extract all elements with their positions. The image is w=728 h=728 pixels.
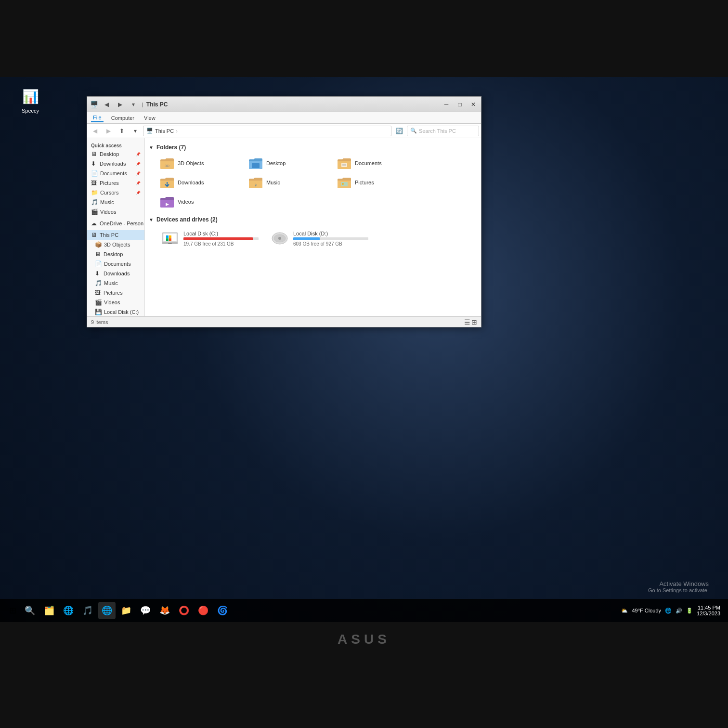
drives-section-header[interactable]: ▼ Devices and drives (2) — [149, 214, 477, 225]
sidebar-item-label: Pictures — [100, 180, 119, 186]
music-icon: 🎵 — [91, 199, 98, 206]
taskbar-taskview-btn[interactable]: 🗂️ — [40, 602, 58, 619]
speccy-icon: 📊 — [21, 87, 40, 106]
sidebar-item-pictures2[interactable]: 🖼 Pictures — [87, 288, 144, 298]
maximize-button[interactable]: □ — [454, 99, 466, 110]
sidebar-item-pictures[interactable]: 🖼 Pictures 📌 — [87, 178, 144, 188]
drive-d[interactable]: Local Disk (D:) 603 GB free of 927 GB — [266, 227, 372, 250]
drive-d-info: Local Disk (D:) 603 GB free of 927 GB — [293, 231, 368, 247]
sidebar-item-onedrive[interactable]: ☁ OneDrive - Person — [87, 219, 144, 228]
desktop-icon-speccy[interactable]: 📊 Speccy — [13, 87, 47, 114]
sidebar-item-cursors[interactable]: 📁 Cursors 📌 — [87, 188, 144, 197]
details-view-btn[interactable]: ☰ — [464, 318, 470, 326]
folder-desktop-icon — [248, 156, 263, 170]
nav-forward-btn[interactable]: ▶ — [103, 125, 114, 137]
search-placeholder: Search This PC — [419, 128, 456, 134]
folder-music-icon: ♪ — [248, 176, 263, 189]
cursors-icon: 📁 — [91, 189, 98, 196]
taskbar-chrome-btn[interactable]: 🌐 — [98, 602, 116, 619]
folder-music[interactable]: ♪ Music — [245, 174, 332, 191]
search-box[interactable]: 🔍 Search This PC — [407, 126, 479, 136]
sidebar: Quick access 🖥 Desktop 📌 ⬇ Downloads 📌 📄 — [87, 138, 145, 316]
taskbar: ⊞ 🔍 🗂️ 🌐 🎵 🌐 📁 💬 🦊 ⭕ 🔴 🌀 ⛅ 49°F Cloudy 🌐… — [0, 599, 728, 622]
sidebar-item-label: Videos — [104, 299, 120, 305]
refresh-btn[interactable]: 🔄 — [393, 125, 405, 137]
folder-videos-label: Videos — [178, 199, 194, 205]
qat-back-btn[interactable]: ◀ — [101, 99, 112, 110]
svg-rect-14 — [169, 235, 171, 238]
svg-text:♪: ♪ — [255, 182, 257, 187]
folder-downloads[interactable]: Downloads — [156, 174, 243, 191]
taskbar-discord-btn[interactable]: 💬 — [137, 602, 154, 619]
folders-arrow: ▼ — [149, 145, 154, 150]
folder-pictures-icon — [337, 176, 352, 189]
taskbar-start-btn[interactable]: ⊞ — [4, 602, 21, 619]
minimize-button[interactable]: ─ — [441, 99, 452, 110]
tray-weather-text: 49°F Cloudy — [632, 608, 661, 613]
folder-documents-icon — [337, 156, 352, 170]
folder-downloads-icon — [159, 176, 175, 189]
nav-up-btn[interactable]: ⬆ — [116, 125, 128, 137]
taskbar-edge-btn[interactable]: 🌐 — [60, 602, 77, 619]
folder-3dobjects-icon: 3D — [159, 156, 175, 170]
sidebar-item-label: OneDrive - Person — [100, 221, 143, 226]
sidebar-item-this-pc[interactable]: 🖥 This PC — [87, 230, 144, 240]
address-path-icon: 🖥️ — [146, 128, 153, 134]
folder-desktop[interactable]: Desktop — [245, 155, 332, 172]
folder-documents[interactable]: Documents — [334, 155, 420, 172]
drives-grid: Local Disk (C:) 19.7 GB free of 231 GB — [149, 225, 477, 254]
sidebar-item-music[interactable]: 🎵 Music — [87, 197, 144, 207]
taskbar-firefox-btn[interactable]: 🦊 — [156, 602, 173, 619]
svg-rect-1 — [252, 163, 260, 168]
ribbon-file[interactable]: File — [91, 114, 104, 122]
ribbon-computer[interactable]: Computer — [109, 114, 136, 122]
qat-recent-btn[interactable]: ▾ — [128, 99, 139, 110]
taskbar-spotify-btn[interactable]: 🎵 — [79, 602, 96, 619]
tray-network-icon[interactable]: 🌐 — [665, 608, 672, 614]
svg-rect-13 — [166, 235, 169, 238]
tray-volume-icon[interactable]: 🔊 — [676, 608, 682, 614]
folder-pictures[interactable]: Pictures — [334, 174, 420, 191]
pin-icon: 📌 — [136, 171, 141, 176]
folder-videos[interactable]: ▶ Videos — [156, 193, 243, 210]
taskbar-opera2-btn[interactable]: 🔴 — [195, 602, 212, 619]
taskbar-search-btn[interactable]: 🔍 — [21, 602, 39, 619]
taskbar-items: 🗂️ 🌐 🎵 🌐 📁 💬 🦊 ⭕ 🔴 🌀 — [39, 602, 621, 619]
taskbar-opera-btn[interactable]: ⭕ — [175, 602, 193, 619]
window-title: This PC — [146, 101, 439, 108]
sidebar-item-downloads[interactable]: ⬇ Downloads 📌 — [87, 159, 144, 169]
sidebar-item-label: Desktop — [104, 251, 123, 257]
address-input[interactable]: 🖥️ This PC › — [143, 126, 391, 136]
desktop: 📊 Speccy 🖥️ ◀ ▶ ▾ | This PC ─ □ ✕ File C… — [0, 0, 728, 728]
taskbar-files-btn[interactable]: 📁 — [117, 602, 135, 619]
taskbar-clock[interactable]: 11:45 PM 12/3/2023 — [697, 605, 720, 616]
qat-forward-btn[interactable]: ▶ — [114, 99, 126, 110]
sidebar-item-desktop[interactable]: 🖥 Desktop 📌 — [87, 149, 144, 159]
sidebar-item-videos[interactable]: 🎬 Videos — [87, 207, 144, 217]
taskbar-other-btn[interactable]: 🌀 — [214, 602, 231, 619]
drive-c[interactable]: Local Disk (C:) 19.7 GB free of 231 GB — [156, 227, 262, 250]
sidebar-item-localc[interactable]: 💾 Local Disk (C:) — [87, 307, 144, 316]
ribbon-view[interactable]: View — [142, 114, 157, 122]
sidebar-item-label: Videos — [100, 209, 116, 215]
sidebar-item-videos2[interactable]: 🎬 Videos — [87, 298, 144, 307]
close-button[interactable]: ✕ — [468, 99, 479, 110]
sidebar-item-documents[interactable]: 📄 Documents 📌 — [87, 169, 144, 178]
tiles-view-btn[interactable]: ⊞ — [471, 318, 477, 326]
sidebar-item-music2[interactable]: 🎵 Music — [87, 278, 144, 288]
svg-rect-16 — [169, 238, 171, 241]
activate-windows-line2: Go to Settings to activate. — [648, 587, 709, 593]
nav-back-btn[interactable]: ◀ — [89, 125, 101, 137]
sidebar-item-downloads2[interactable]: ⬇ Downloads — [87, 269, 144, 278]
folder-3dobjects[interactable]: 3D 3D Objects — [156, 155, 243, 172]
sidebar-item-3dobjects[interactable]: 📦 3D Objects — [87, 240, 144, 249]
recent-locations-btn[interactable]: ▾ — [130, 125, 141, 137]
folders-section-header[interactable]: ▼ Folders (7) — [149, 142, 477, 153]
sidebar-item-desktop2[interactable]: 🖥 Desktop — [87, 249, 144, 259]
ribbon-menu: File Computer View — [87, 112, 481, 124]
items-count: 9 items — [91, 319, 108, 325]
activate-windows-line1: Activate Windows — [648, 580, 709, 587]
tray-battery-icon[interactable]: 🔋 — [686, 608, 693, 614]
monitor-top-bezel — [0, 0, 728, 77]
sidebar-item-documents2[interactable]: 📄 Documents — [87, 259, 144, 269]
